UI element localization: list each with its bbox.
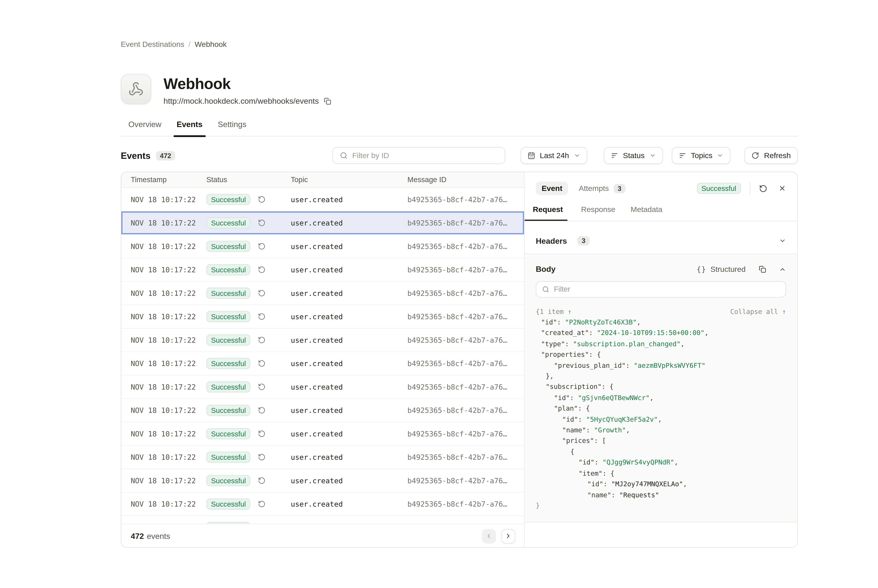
table-row[interactable]: NOV 18 10:17:22Successfuluser.createdb49… — [121, 212, 524, 235]
filter-by-id-input[interactable] — [352, 151, 499, 160]
table-row[interactable]: NOV 18 10:17:22Successfuluser.createdb49… — [121, 305, 524, 328]
status-badge: Successful — [206, 334, 251, 345]
json-line: "type": "subscription.plan_changed", — [536, 339, 786, 350]
refresh-icon — [752, 152, 759, 159]
table-row[interactable]: NOV 18 10:17:22Successfuluser.createdb49… — [121, 258, 524, 282]
structured-mode-toggle[interactable]: {} Structured — [697, 265, 746, 273]
table-row[interactable]: NOV 18 10:17:22Successfuluser.createdb49… — [121, 375, 524, 399]
tab-events[interactable]: Events — [169, 117, 210, 136]
copy-body-icon[interactable] — [759, 265, 766, 273]
table-row[interactable]: NOV 18 10:17:22Successfuluser.createdb49… — [121, 328, 524, 352]
event-topic: user.created — [291, 453, 407, 461]
tab-request[interactable]: Request — [533, 200, 573, 221]
table-row[interactable]: NOV 18 10:17:22Successfuluser.createdb49… — [121, 469, 524, 493]
topics-filter-label: Topics — [691, 151, 713, 160]
table-row[interactable]: NOV 18 10:17:22Successfuluser.createdb49… — [121, 235, 524, 258]
status-badge: Successful — [206, 452, 251, 463]
retry-icon[interactable] — [258, 336, 266, 344]
event-message-id: b4925365-b8cf-42b7-a76… — [407, 195, 524, 204]
retry-icon[interactable] — [258, 196, 266, 203]
retry-icon[interactable] — [258, 219, 266, 226]
copy-url-icon[interactable] — [323, 97, 331, 105]
event-message-id: b4925365-b8cf-42b7-a76… — [407, 336, 524, 344]
event-topic: user.created — [291, 242, 407, 250]
status-badge: Successful — [206, 358, 251, 369]
close-panel-icon[interactable] — [779, 184, 786, 192]
next-page-button[interactable] — [501, 529, 515, 543]
collapse-all-button[interactable]: Collapse all ↑ — [730, 308, 786, 316]
json-line: "created_at": "2024-10-10T09:15:50+00:00… — [536, 328, 786, 339]
time-range-button[interactable]: Last 24h — [520, 147, 587, 164]
table-row[interactable]: NOV 18 10:17:22Successfuluser.createdb49… — [121, 516, 524, 524]
table-row[interactable]: NOV 18 10:17:22Successfuluser.createdb49… — [121, 422, 524, 446]
search-icon — [542, 286, 549, 293]
retry-icon[interactable] — [258, 313, 266, 320]
event-timestamp: NOV 18 10:17:22 — [121, 312, 206, 321]
previous-page-button[interactable] — [482, 529, 496, 543]
event-topic: user.created — [291, 219, 407, 227]
headers-section-toggle[interactable]: Headers 3 — [525, 228, 797, 254]
json-line: "subscription": { — [536, 382, 786, 393]
search-icon — [340, 152, 347, 159]
table-row[interactable]: NOV 18 10:17:22Successfuluser.createdb49… — [121, 446, 524, 469]
table-header-row: Timestamp Status Topic Message ID — [121, 172, 524, 188]
table-row[interactable]: NOV 18 10:17:22Successfuluser.createdb49… — [121, 492, 524, 516]
breadcrumb-webhook[interactable]: Webhook — [195, 40, 227, 49]
chevron-down-icon[interactable] — [779, 237, 786, 244]
retry-icon[interactable] — [258, 406, 266, 414]
event-topic: user.created — [291, 383, 407, 391]
table-row[interactable]: NOV 18 10:17:22Successfuluser.createdb49… — [121, 282, 524, 305]
panel-tab-event[interactable]: Event — [536, 182, 568, 195]
breadcrumb-event-destinations[interactable]: Event Destinations — [121, 40, 184, 49]
status-badge: Successful — [206, 288, 251, 298]
destination-tabs: Overview Events Settings — [121, 117, 798, 136]
event-topic: user.created — [291, 429, 407, 438]
collapse-body-icon[interactable] — [779, 266, 786, 273]
json-line: "item": { — [536, 468, 786, 479]
event-topic: user.created — [291, 336, 407, 344]
table-row[interactable]: NOV 18 10:17:22Successfuluser.createdb49… — [121, 399, 524, 422]
event-timestamp: NOV 18 10:17:22 — [121, 477, 206, 485]
status-badge: Successful — [206, 217, 251, 228]
events-toolbar: Events 472 Last 24h Status — [121, 147, 798, 164]
json-items-toggle[interactable]: {1 item ↑ — [536, 308, 571, 316]
tab-metadata[interactable]: Metadata — [623, 200, 670, 221]
json-line: "prices": [ — [536, 436, 786, 447]
body-filter-input[interactable] — [554, 285, 780, 294]
retry-icon[interactable] — [258, 477, 266, 484]
status-filter-button[interactable]: Status — [604, 147, 663, 164]
attempts-label: Attempts — [579, 184, 609, 193]
json-line: "plan": { — [536, 404, 786, 414]
retry-icon[interactable] — [258, 500, 266, 508]
table-row[interactable]: NOV 18 10:17:22Successfuluser.createdb49… — [121, 352, 524, 375]
table-row[interactable]: NOV 18 10:17:22Successfuluser.createdb49… — [121, 188, 524, 212]
retry-icon[interactable] — [258, 383, 266, 391]
retry-icon[interactable] — [258, 266, 266, 273]
events-table: Timestamp Status Topic Message ID NOV 18… — [121, 172, 524, 547]
refresh-label: Refresh — [764, 151, 791, 160]
panel-tab-attempts[interactable]: Attempts 3 — [579, 183, 625, 193]
tab-response[interactable]: Response — [573, 200, 623, 221]
event-topic: user.created — [291, 500, 407, 508]
retry-icon[interactable] — [258, 430, 266, 438]
topics-filter-button[interactable]: Topics — [672, 147, 731, 164]
headers-label: Headers — [536, 236, 567, 245]
retry-event-icon[interactable] — [759, 184, 767, 192]
retry-icon[interactable] — [258, 453, 266, 461]
retry-icon[interactable] — [258, 360, 266, 367]
event-topic: user.created — [291, 477, 407, 485]
webhook-icon — [128, 81, 144, 97]
retry-icon[interactable] — [258, 243, 266, 250]
retry-icon[interactable] — [258, 290, 266, 297]
event-message-id: b4925365-b8cf-42b7-a76… — [407, 289, 524, 297]
tab-settings[interactable]: Settings — [210, 117, 254, 136]
tab-overview[interactable]: Overview — [121, 117, 169, 136]
status-badge: Successful — [206, 241, 251, 252]
breadcrumb: Event Destinations / Webhook — [121, 40, 227, 49]
refresh-button[interactable]: Refresh — [745, 147, 798, 164]
event-timestamp: NOV 18 10:17:22 — [121, 195, 206, 204]
json-line: "id": "P2NoRtyZoTc46X3B", — [536, 317, 786, 328]
json-tree: "id": "P2NoRtyZoTc46X3B","created_at": "… — [536, 317, 786, 512]
panel-bottom-spacer — [525, 522, 797, 547]
column-header-timestamp: Timestamp — [121, 176, 206, 184]
